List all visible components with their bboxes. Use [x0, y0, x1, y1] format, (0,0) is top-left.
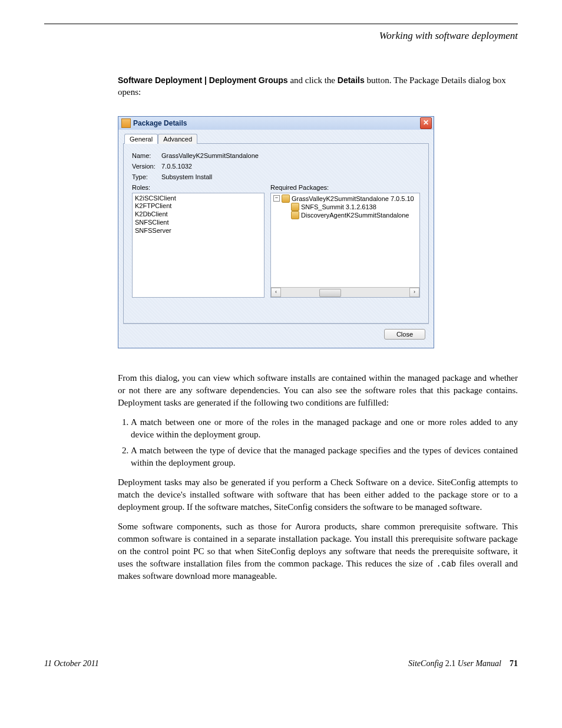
list-item[interactable]: SNFSServer: [135, 227, 262, 235]
intro-bold-1: Software Deployment | Deployment Groups: [118, 75, 288, 85]
page-footer: 11 October 2011 SiteConfig 2.1 User Manu…: [44, 659, 518, 668]
package-icon: [291, 211, 299, 219]
tree-collapse-icon[interactable]: −: [273, 195, 280, 202]
type-label: Type:: [132, 173, 161, 180]
footer-date: 11 October 2011: [44, 659, 99, 668]
tab-advanced[interactable]: Advanced: [158, 134, 197, 144]
required-packages-tree[interactable]: − GrassValleyK2SummitStandalone 7.0.5.10…: [270, 193, 420, 298]
close-button[interactable]: Close: [384, 329, 425, 340]
tree-child-label: DiscoveryAgentK2SummitStandalone: [301, 211, 409, 219]
paragraph-2: Deployment tasks may also be generated i…: [118, 476, 518, 513]
tree-root-row[interactable]: − GrassValleyK2SummitStandalone 7.0.5.10: [272, 195, 418, 203]
footer-manual-version: 2.1: [443, 659, 458, 668]
name-label: Name:: [132, 152, 161, 159]
required-packages-label: Required Packages:: [270, 184, 420, 191]
package-details-dialog: Package Details ✕ General Advanced Name:…: [118, 116, 434, 348]
tree-root-label: GrassValleyK2SummitStandalone 7.0.5.10: [292, 195, 414, 203]
tree-child-row[interactable]: SNFS_Summit 3.1.2.6138: [272, 203, 418, 211]
dialog-icon: [121, 118, 131, 128]
roles-label: Roles:: [132, 184, 265, 191]
footer-manual-title: SiteConfig: [408, 659, 443, 668]
list-item[interactable]: K2FTPClient: [135, 202, 262, 210]
paragraph-1: From this dialog, you can view which sof…: [118, 372, 518, 409]
condition-item: A match between the type of device that …: [131, 444, 518, 469]
list-item[interactable]: SNFSClient: [135, 219, 262, 227]
list-item[interactable]: K2iSCSIClient: [135, 195, 262, 203]
page-number: 71: [510, 659, 518, 668]
conditions-list: A match between one or more of the roles…: [118, 416, 518, 469]
dialog-titlebar[interactable]: Package Details ✕: [118, 117, 434, 130]
dialog-title: Package Details: [133, 119, 187, 127]
paragraph-3: Some software components, such as those …: [118, 521, 518, 583]
scroll-thumb[interactable]: [319, 289, 341, 297]
cab-file-code: .cab: [437, 559, 457, 569]
version-value: 7.0.5.1032: [161, 163, 192, 170]
package-icon: [291, 203, 299, 211]
scroll-track[interactable]: [281, 288, 409, 297]
package-icon: [282, 195, 290, 203]
condition-item: A match between one or more of the roles…: [131, 416, 518, 441]
type-value: Subsystem Install: [161, 173, 212, 180]
version-label: Version:: [132, 163, 161, 170]
tree-child-label: SNFS_Summit 3.1.2.6138: [301, 203, 376, 211]
roles-listbox[interactable]: K2iSCSIClient K2FTPClient K2DbClient SNF…: [132, 193, 265, 298]
tree-child-row[interactable]: DiscoveryAgentK2SummitStandalone: [272, 211, 418, 219]
intro-paragraph: Software Deployment | Deployment Groups …: [118, 74, 518, 98]
tab-general[interactable]: General: [124, 134, 158, 144]
scroll-left-button[interactable]: ‹: [271, 288, 281, 297]
footer-manual-suffix: User Manual: [458, 659, 501, 668]
horizontal-scrollbar[interactable]: ‹ ›: [271, 287, 419, 297]
section-header: Working with software deployment: [44, 30, 518, 42]
name-value: GrassValleyK2SummitStandalone: [161, 152, 259, 159]
intro-bold-details: Details: [338, 75, 365, 85]
list-item[interactable]: K2DbClient: [135, 210, 262, 219]
close-icon[interactable]: ✕: [420, 117, 432, 129]
scroll-right-button[interactable]: ›: [409, 288, 419, 297]
tab-panel-general: Name: GrassValleyK2SummitStandalone Vers…: [123, 143, 429, 324]
